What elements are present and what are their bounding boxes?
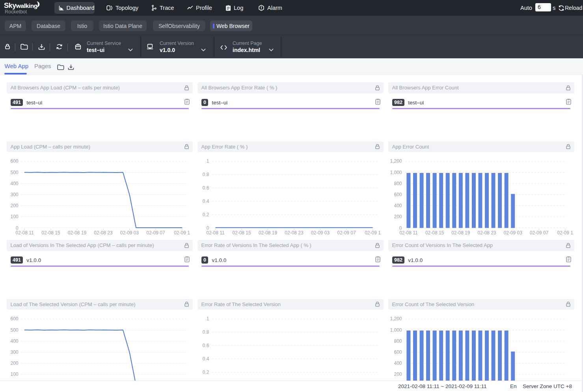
svg-text:1: 1 [206,158,209,164]
svg-text:02-08 15: 02-08 15 [425,230,444,236]
svg-text:300: 300 [10,192,18,197]
svg-text:02-09 07: 02-09 07 [146,230,165,236]
svg-text:600: 600 [10,158,18,164]
svg-text:02-08 11: 02-08 11 [15,230,34,236]
svg-text:600: 600 [394,192,402,197]
svg-text:1,000: 1,000 [390,327,402,333]
svg-text:02-09 1: 02-09 1 [557,230,573,236]
svg-text:500: 500 [10,327,18,333]
svg-text:600: 600 [10,316,18,321]
svg-text:0.8: 0.8 [202,172,209,177]
svg-text:02-09 1: 02-09 1 [174,230,190,236]
svg-text:02-09 03: 02-09 03 [503,230,522,236]
svg-text:0.4: 0.4 [202,356,209,362]
svg-text:02-09 03: 02-09 03 [120,230,139,236]
svg-text:0.6: 0.6 [202,343,209,348]
svg-text:200: 200 [10,360,18,366]
svg-text:400: 400 [10,338,18,344]
svg-text:02-08 19: 02-08 19 [67,230,86,236]
svg-text:02-08 23: 02-08 23 [94,230,113,236]
svg-text:400: 400 [394,203,402,208]
svg-text:02-08 23: 02-08 23 [477,230,496,236]
svg-text:100: 100 [10,214,18,219]
svg-text:02-09 03: 02-09 03 [311,230,330,236]
svg-text:02-08 15: 02-08 15 [41,230,60,236]
svg-text:1,200: 1,200 [390,316,402,321]
svg-text:500: 500 [10,169,18,175]
svg-text:400: 400 [394,360,402,366]
svg-text:02-09 1: 02-09 1 [365,230,381,236]
svg-text:02-09 07: 02-09 07 [529,230,548,236]
svg-text:0.2: 0.2 [202,212,209,217]
svg-text:200: 200 [394,214,402,219]
svg-text:02-08 11: 02-08 11 [206,230,225,236]
svg-text:100: 100 [10,372,18,377]
svg-text:02-08 19: 02-08 19 [451,230,470,236]
svg-text:300: 300 [10,349,18,355]
svg-text:800: 800 [394,181,402,186]
svg-text:02-09 07: 02-09 07 [337,230,356,236]
svg-text:02-08 11: 02-08 11 [399,230,418,236]
svg-text:800: 800 [394,338,402,344]
svg-text:0.6: 0.6 [202,185,209,191]
svg-text:0.8: 0.8 [202,329,209,335]
svg-text:02-08 15: 02-08 15 [232,230,251,236]
svg-text:02-08 19: 02-08 19 [258,230,277,236]
svg-text:1: 1 [206,316,209,321]
svg-text:200: 200 [10,203,18,208]
svg-text:0.2: 0.2 [202,370,209,375]
svg-text:0.4: 0.4 [202,199,209,204]
svg-text:1,000: 1,000 [390,169,402,175]
svg-text:200: 200 [394,372,402,377]
svg-text:02-08 23: 02-08 23 [285,230,304,236]
svg-text:1,200: 1,200 [390,158,402,164]
svg-text:400: 400 [10,181,18,186]
svg-text:600: 600 [394,349,402,355]
